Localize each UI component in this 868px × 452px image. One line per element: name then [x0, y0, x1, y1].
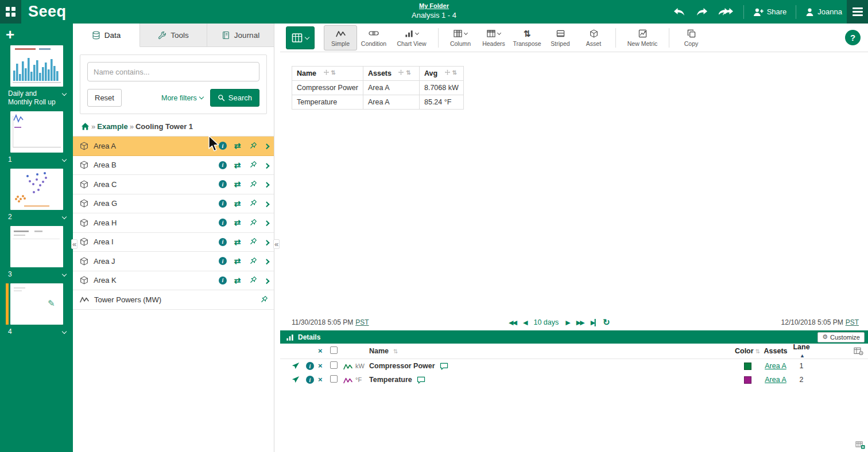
signal-row-tower-powers[interactable]: Tower Powers (MW): [73, 290, 274, 310]
simple-table-header-name[interactable]: Name ⇅: [292, 67, 363, 81]
info-icon[interactable]: i: [219, 276, 227, 285]
info-icon[interactable]: i: [219, 180, 227, 188]
search-button[interactable]: Search: [210, 89, 259, 107]
sort-icon[interactable]: ⇅: [452, 69, 457, 76]
timezone-link[interactable]: PST: [846, 318, 859, 326]
asset-row-area-i[interactable]: Area I i ⇄: [73, 233, 274, 252]
redo-icon[interactable]: [696, 7, 708, 17]
tab-tools[interactable]: Tools: [140, 24, 207, 47]
pin-icon[interactable]: [259, 295, 268, 304]
column-settings-icon[interactable]: [854, 346, 863, 356]
name-contains-input[interactable]: [87, 62, 259, 81]
move-icon[interactable]: [444, 69, 451, 76]
chevron-down-icon[interactable]: [62, 91, 67, 96]
worksheet-label[interactable]: 2: [0, 210, 73, 226]
refresh-icon[interactable]: ↻: [603, 317, 610, 328]
tab-journal[interactable]: Journal: [207, 24, 274, 47]
share-button[interactable]: Share: [753, 7, 787, 16]
range-start[interactable]: 11/30/2018 5:05 PMPST: [292, 318, 369, 326]
toolbar-headers-button[interactable]: Headers: [477, 25, 510, 50]
chevron-right-icon[interactable]: [265, 219, 269, 227]
more-filters-link[interactable]: More filters: [161, 94, 203, 102]
toolbar-chart-view-button[interactable]: Chart View: [390, 25, 433, 50]
add-worksheet-button[interactable]: +: [0, 24, 73, 45]
worksheet-thumbnail[interactable]: [10, 111, 63, 153]
info-icon[interactable]: i: [219, 257, 227, 265]
asset-link[interactable]: Area A: [765, 376, 786, 384]
pin-icon[interactable]: [249, 276, 257, 285]
pin-icon[interactable]: [249, 199, 257, 208]
toolbar-striped-button[interactable]: Striped: [544, 25, 577, 50]
swap-icon[interactable]: ⇄: [234, 257, 241, 265]
add-table-corner-icon[interactable]: [855, 441, 865, 450]
worksheet-thumbnail[interactable]: [10, 45, 63, 87]
timezone-link[interactable]: PST: [355, 318, 369, 326]
simple-table-header-assets[interactable]: Assets ⇅: [363, 67, 419, 81]
sort-icon[interactable]: ⇅: [393, 348, 398, 354]
toolbar-copy-button[interactable]: Copy: [675, 25, 708, 50]
asset-row-area-h[interactable]: Area H i ⇄: [73, 213, 274, 233]
asset-link[interactable]: Area A: [765, 362, 786, 370]
toolbar-asset-button[interactable]: Asset: [577, 25, 610, 50]
my-folder-link[interactable]: My Folder: [419, 2, 449, 9]
comment-icon[interactable]: [417, 376, 425, 384]
toolbar-new-metric-button[interactable]: New Metric: [621, 25, 664, 50]
worksheet-label[interactable]: 3: [0, 267, 73, 283]
toolbar-condition-button[interactable]: Condition: [357, 25, 390, 50]
info-icon[interactable]: i: [219, 161, 227, 169]
pin-icon[interactable]: [249, 161, 257, 169]
select-all-checkbox[interactable]: [330, 346, 338, 354]
home-icon[interactable]: [81, 122, 90, 131]
step-back-icon[interactable]: ◀: [523, 319, 526, 326]
chevron-right-icon[interactable]: [265, 199, 269, 208]
color-swatch[interactable]: [744, 363, 751, 370]
pin-icon[interactable]: [249, 257, 257, 266]
toolbar-column-button[interactable]: Column: [444, 25, 477, 50]
remove-icon[interactable]: ×: [318, 361, 323, 370]
chevron-right-icon[interactable]: [265, 161, 269, 169]
comment-icon[interactable]: [440, 363, 448, 370]
chevron-right-icon[interactable]: [265, 257, 269, 266]
worksheet-title[interactable]: Analysis 1 - 4: [412, 11, 456, 20]
asset-row-area-j[interactable]: Area J i ⇄: [73, 252, 274, 271]
info-icon[interactable]: i: [306, 376, 314, 384]
duration-link[interactable]: 10 days: [533, 318, 559, 326]
chevron-right-icon[interactable]: [265, 180, 269, 189]
chevron-down-icon[interactable]: [62, 157, 67, 162]
info-icon[interactable]: i: [219, 142, 227, 150]
swap-icon[interactable]: ⇄: [234, 161, 241, 169]
step-forward-icon[interactable]: ▶: [565, 319, 569, 326]
navigate-icon[interactable]: [292, 362, 300, 370]
swap-icon[interactable]: ⇄: [234, 142, 241, 150]
details-header-assets[interactable]: Assets: [762, 347, 789, 355]
toolbar-simple-button[interactable]: Simple: [324, 25, 357, 50]
user-menu[interactable]: Joanna: [805, 7, 842, 16]
table-view-dropdown[interactable]: [286, 26, 315, 49]
color-swatch[interactable]: [744, 376, 751, 384]
step-back-fast-icon[interactable]: ◀◀: [509, 319, 516, 326]
chevron-down-icon[interactable]: [62, 272, 67, 276]
breadcrumb-example[interactable]: Example: [97, 122, 127, 131]
chevron-right-icon[interactable]: [265, 142, 269, 150]
info-icon[interactable]: i: [219, 219, 227, 227]
step-to-now-icon[interactable]: ▶: [591, 319, 596, 326]
customize-button[interactable]: ⚙ Customize: [817, 332, 865, 342]
worksheet-label[interactable]: 1: [0, 153, 73, 169]
step-forward-fast-icon[interactable]: ▶▶: [576, 319, 584, 326]
worksheet-thumbnail[interactable]: ✎: [10, 283, 63, 325]
swap-icon[interactable]: ⇄: [234, 276, 241, 285]
info-icon[interactable]: i: [306, 362, 314, 370]
remove-all-icon[interactable]: ×: [318, 346, 323, 355]
asset-row-area-b[interactable]: Area B i ⇄: [73, 156, 274, 176]
asset-row-area-a[interactable]: Area A i ⇄: [73, 137, 274, 156]
worksheet-label[interactable]: 4: [0, 325, 73, 341]
tab-data[interactable]: Data: [73, 24, 140, 47]
pin-icon[interactable]: [249, 180, 257, 189]
asset-row-area-g[interactable]: Area G i ⇄: [73, 194, 274, 214]
move-icon[interactable]: [323, 69, 330, 76]
reset-button[interactable]: Reset: [87, 89, 122, 107]
sort-icon[interactable]: ⇅: [406, 69, 410, 76]
pin-icon[interactable]: [249, 142, 257, 150]
chevron-right-icon[interactable]: [265, 237, 269, 246]
table-row[interactable]: Temperature Area A 85.24 °F: [292, 95, 464, 110]
